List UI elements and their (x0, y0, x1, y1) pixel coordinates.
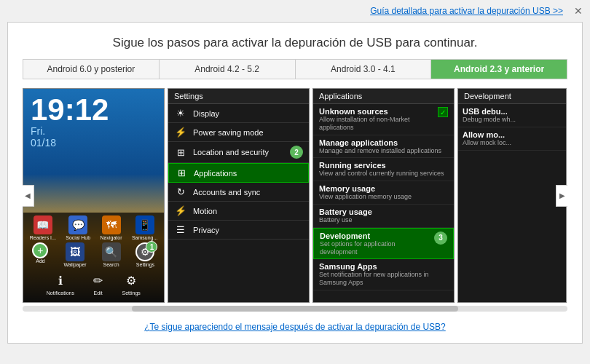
settings-item-motion[interactable]: ⚡ Motion (168, 202, 309, 221)
app-icon-settings: ⚙ 1 Settings (135, 242, 154, 267)
tab-android30[interactable]: Android 3.0 - 4.1 (296, 60, 432, 79)
settings-item-privacy[interactable]: ☰ Privacy (168, 221, 309, 240)
app-item-samsung-apps[interactable]: Samsung Apps Set notification for new ap… (313, 259, 454, 290)
phone-screen-applications: Applications ✓ Unknown sources Allow ins… (312, 88, 455, 303)
display-icon: ☀ (174, 108, 187, 119)
dev-item-mock[interactable]: Allow mo... Allow mock loc... (458, 127, 566, 151)
scrollbar[interactable] (23, 306, 567, 312)
tab-android23[interactable]: Android 2.3 y anterior (431, 60, 567, 79)
development-header: Development (458, 89, 566, 104)
applications-header: Applications (313, 89, 454, 104)
phone-screen-1: 19:12 Fri.01/18 📖 Readers I... 💬 Social … (23, 88, 165, 303)
guide-link[interactable]: Guía detallada para activar la depuració… (370, 6, 563, 16)
applications-icon: ⊞ (175, 167, 188, 178)
accounts-icon: ↻ (174, 186, 187, 197)
app-item-manage[interactable]: Manage applications Manage and remove in… (313, 135, 454, 159)
app-icons-row1: 📖 Readers I... 💬 Social Hub 🗺 Navigator (25, 215, 162, 240)
app-icon-samsung: 📱 Samsung... (132, 215, 157, 240)
phone-bottom-area: 📖 Readers I... 💬 Social Hub 🗺 Navigator (23, 213, 164, 302)
tab-android60[interactable]: Android 6.0 y posterior (23, 60, 160, 79)
nav-icons-row: ℹ Notifications ✏ Edit ⚙ Settings (25, 269, 162, 297)
badge-1: 1 (146, 241, 157, 253)
app-icon-add: + Add (32, 242, 48, 267)
motion-icon: ⚡ (174, 205, 187, 216)
date-display: Fri.01/18 (23, 125, 164, 152)
nav-notifications: ℹ Notifications (47, 271, 74, 296)
app-icon-search: 🔍 Search (102, 242, 121, 267)
scroll-right-button[interactable]: ▶ (556, 185, 567, 207)
settings-item-display[interactable]: ☀ Display (168, 104, 309, 123)
page-heading: Sigue los pasos para activar la depuraci… (23, 36, 567, 50)
app-item-unknown-sources[interactable]: ✓ Unknown sources Allow installation of … (313, 104, 454, 135)
title-bar: Guía detallada para activar la depuració… (0, 0, 590, 22)
app-icons-row2: + Add 🖼 Wallpaper 🔍 Search (25, 242, 162, 267)
app-item-memory[interactable]: Memory usage View application memory usa… (313, 181, 454, 205)
screens-inner: 19:12 Fri.01/18 📖 Readers I... 💬 Social … (23, 88, 567, 303)
settings-item-applications[interactable]: ⊞ Applications (168, 163, 309, 183)
settings-item-accounts[interactable]: ↻ Accounts and sync (168, 183, 309, 202)
tab-android42[interactable]: Android 4.2 - 5.2 (160, 60, 296, 79)
bottom-link-area: ¿Te sigue apareciendo el mensaje después… (23, 314, 567, 336)
unknown-sources-checkbox[interactable]: ✓ (438, 107, 448, 117)
version-tabs: Android 6.0 y posterior Android 4.2 - 5.… (23, 59, 567, 79)
clock-display: 19:12 (23, 89, 164, 125)
app-icon-navigator: 🗺 Navigator (101, 215, 122, 240)
scroll-left-button[interactable]: ◀ (23, 185, 34, 207)
location-icon: ⊞ (174, 147, 187, 158)
screenshots-area: ◀ 19:12 Fri.01/18 📖 Readers I... 💬 (23, 88, 567, 303)
scrollbar-thumb (132, 306, 459, 312)
power-icon: ⚡ (174, 127, 187, 138)
dev-item-usb[interactable]: USB debu... Debug mode wh... (458, 104, 566, 127)
privacy-icon: ☰ (174, 224, 187, 235)
nav-edit: ✏ Edit (89, 271, 108, 296)
app-icon-readers: 📖 Readers I... (30, 215, 56, 240)
app-item-battery[interactable]: Battery usage Battery use (313, 205, 454, 228)
phone-time: 19:12 Fri.01/18 (23, 89, 164, 152)
close-button[interactable]: ✕ (574, 5, 583, 17)
app-item-development[interactable]: 3 Development Set options for applicatio… (313, 228, 454, 260)
main-container: Sigue los pasos para activar la depuraci… (7, 22, 583, 344)
settings-item-location[interactable]: ⊞ Location and security 2 (168, 142, 309, 163)
settings-item-power[interactable]: ⚡ Power saving mode (168, 123, 309, 142)
nav-settings: ⚙ Settings (122, 271, 141, 296)
settings-header: Settings (168, 89, 309, 104)
badge-2: 2 (290, 146, 303, 159)
badge-3: 3 (434, 232, 447, 245)
app-icon-wallpaper: 🖼 Wallpaper (63, 242, 86, 267)
app-item-running[interactable]: Running services View and control curren… (313, 158, 454, 181)
app-icon-socialhub: 💬 Social Hub (66, 215, 90, 240)
bottom-help-link[interactable]: ¿Te sigue apareciendo el mensaje después… (144, 322, 446, 332)
phone-screen-development: Development USB debu... Debug mode wh...… (457, 88, 567, 303)
phone-screen-settings: Settings ☀ Display ⚡ Power saving mode ⊞… (168, 88, 310, 303)
